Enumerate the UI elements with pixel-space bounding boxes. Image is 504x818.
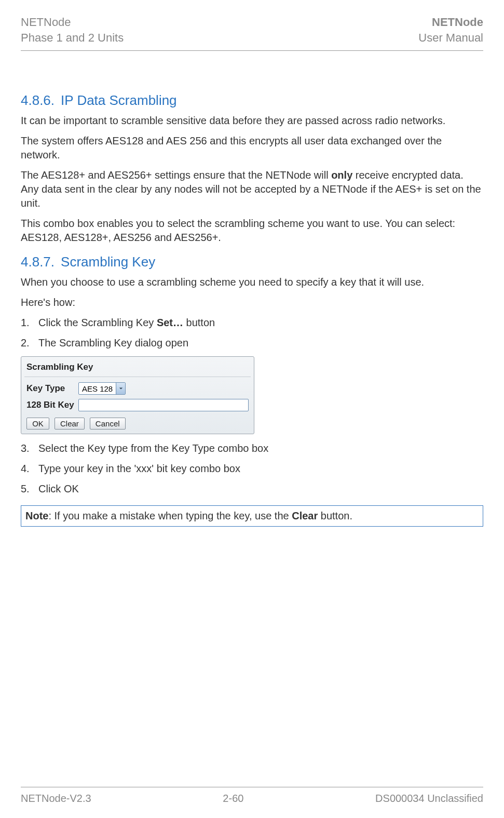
note-text: Note: If you make a mistake when typing … — [25, 509, 479, 523]
ok-button[interactable]: OK — [26, 418, 49, 430]
section-scrambling-key: 4.8.7.Scrambling Key When you choose to … — [21, 254, 483, 527]
heading-number: 4.8.6. — [21, 92, 55, 108]
text-run: The AES128+ and AES256+ settings ensure … — [21, 169, 331, 181]
dialog-title: Scrambling Key — [24, 359, 251, 377]
heading-title: IP Data Scrambling — [61, 92, 177, 108]
note-box: Note: If you make a mistake when typing … — [21, 505, 483, 527]
header-left: NETNode Phase 1 and 2 Units — [21, 15, 124, 45]
text-run: button — [183, 317, 215, 328]
text-bold: Set… — [157, 317, 183, 328]
key-type-row: Key Type AES 128 — [24, 380, 251, 397]
paragraph: Here's how: — [21, 296, 483, 310]
text-run: : If you make a mistake when typing the … — [48, 510, 292, 521]
heading-title: Scrambling Key — [61, 254, 155, 270]
section-ip-data-scrambling: 4.8.6.IP Data Scrambling It can be impor… — [21, 92, 483, 245]
header-left-line2: Phase 1 and 2 Units — [21, 31, 124, 44]
footer-right: DS000034 Unclassified — [375, 793, 483, 804]
list-item: 5. Click OK — [21, 482, 483, 496]
header-left-line1: NETNode — [21, 16, 71, 29]
step-number: 5. — [21, 482, 38, 496]
note-label: Note — [25, 510, 48, 521]
key-type-value: AES 128 — [79, 384, 116, 393]
list-item: 3. Select the Key type from the Key Type… — [21, 441, 483, 455]
header-right-line1: NETNode — [432, 16, 483, 29]
dialog-button-row: OK Clear Cancel — [24, 413, 251, 430]
step-text: Select the Key type from the Key Type co… — [38, 441, 483, 455]
step-text: The Scrambling Key dialog open — [38, 336, 483, 350]
list-item: 2. The Scrambling Key dialog open — [21, 336, 483, 350]
step-text: Click OK — [38, 482, 483, 496]
heading-number: 4.8.7. — [21, 254, 55, 270]
bit-key-input[interactable] — [78, 399, 249, 411]
step-number: 1. — [21, 316, 38, 330]
bit-key-row: 128 Bit Key — [24, 397, 251, 413]
header-right-line2: User Manual — [418, 31, 483, 44]
steps-list: 1. Click the Scrambling Key Set… button … — [21, 316, 483, 350]
step-number: 4. — [21, 462, 38, 476]
paragraph: This combo box enables you to select the… — [21, 217, 483, 245]
steps-list-cont: 3. Select the Key type from the Key Type… — [21, 441, 483, 496]
text-run: Click the Scrambling Key — [38, 317, 157, 328]
page-footer: NETNode-V2.3 2-60 DS000034 Unclassified — [21, 787, 483, 804]
heading-scrambling-key: 4.8.7.Scrambling Key — [21, 254, 483, 270]
page-header: NETNode Phase 1 and 2 Units NETNode User… — [21, 15, 483, 51]
bit-key-label: 128 Bit Key — [26, 400, 78, 410]
text-bold: Clear — [292, 510, 318, 521]
header-right: NETNode User Manual — [418, 15, 483, 45]
list-item: 1. Click the Scrambling Key Set… button — [21, 316, 483, 330]
text-bold: only — [331, 169, 352, 181]
heading-ip-data-scrambling: 4.8.6.IP Data Scrambling — [21, 92, 483, 109]
step-number: 2. — [21, 336, 38, 350]
scrambling-key-dialog: Scrambling Key Key Type AES 128 128 Bit … — [21, 356, 254, 434]
paragraph: When you choose to use a scrambling sche… — [21, 275, 483, 289]
chevron-down-icon[interactable] — [116, 383, 125, 394]
cancel-button[interactable]: Cancel — [90, 418, 126, 430]
key-type-combo[interactable]: AES 128 — [78, 382, 126, 395]
paragraph: The AES128+ and AES256+ settings ensure … — [21, 168, 483, 210]
key-type-label: Key Type — [26, 383, 78, 394]
clear-button[interactable]: Clear — [55, 418, 85, 430]
footer-center: 2-60 — [223, 793, 243, 804]
text-run: button. — [318, 510, 352, 521]
step-text: Click the Scrambling Key Set… button — [38, 316, 483, 330]
paragraph: It can be important to scramble sensitiv… — [21, 114, 483, 128]
paragraph: The system offers AES128 and AES 256 and… — [21, 134, 483, 162]
step-number: 3. — [21, 441, 38, 455]
footer-left: NETNode-V2.3 — [21, 793, 91, 804]
list-item: 4. Type your key in the 'xxx' bit key co… — [21, 462, 483, 476]
step-text: Type your key in the 'xxx' bit key combo… — [38, 462, 483, 476]
